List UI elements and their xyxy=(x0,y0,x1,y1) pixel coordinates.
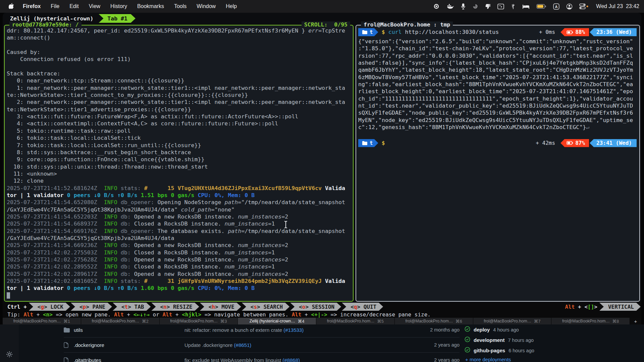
mode-lock[interactable]: <g> LOCK xyxy=(29,303,70,311)
log-line: 2025-07-23T21:41:54.669176Z INFO db_open… xyxy=(7,228,352,235)
log-line: 9: core::ops::function::FnOnce::call_onc… xyxy=(7,156,352,163)
bed-icon[interactable] xyxy=(519,4,533,9)
docker-icon[interactable] xyxy=(443,3,458,9)
zellij-right-pane[interactable]: frol@MacBookPro.home : tmp t $ curl http… xyxy=(356,25,640,302)
menu-window[interactable]: Window xyxy=(192,3,221,9)
json-line: c":12,"genesis_hash":"8BM1TphVnKVwueKvhY… xyxy=(358,124,638,131)
json-line: nt_id":"test.near","validator_public_key… xyxy=(358,102,638,109)
file-row-.gitattributes: .gitattributesfix: exclude test WebAssem… xyxy=(64,353,460,362)
input-source-icon[interactable]: A xyxy=(550,3,563,10)
microphone-icon[interactable] xyxy=(458,3,469,10)
json-line: ng":false,"earliest_block_hash":"8BM1Tph… xyxy=(358,81,638,88)
macos-menu-bar: Firefox FileEditViewHistoryBookmarksTool… xyxy=(0,0,644,13)
file-row-.dockerignore: .dockerignoreUpdate .dockerignore (#8651… xyxy=(64,338,460,353)
menu-tools[interactable]: Tools xyxy=(169,3,192,9)
mode-pane[interactable]: <p> PANE xyxy=(71,303,112,311)
json-line: :"1.85.0"},"chain_id":"test-chain-7eLKv"… xyxy=(358,45,638,52)
swirl-icon[interactable] xyxy=(469,3,482,9)
commit-age: 2 years ago xyxy=(416,342,460,348)
prompt-dir-segment: t xyxy=(358,139,378,147)
user-icon[interactable] xyxy=(563,3,576,10)
browser-sidebar xyxy=(0,324,19,362)
deployment-name-link[interactable]: development xyxy=(474,337,505,343)
latency-widget: + 0ms xyxy=(539,28,555,36)
mode-move[interactable]: <h> MOVE xyxy=(200,303,241,311)
zellij-modes: <g> LOCK<p> PANE<t> TAB<n> RESIZE<h> MOV… xyxy=(28,303,383,311)
deployment-age: 6 hours ago xyxy=(508,348,534,353)
terminal-tab-8[interactable]: frol@MacBookPro.hom…⌘8 xyxy=(551,318,630,324)
file-row-utils: utilsnit: refactor: remove a bunch of ex… xyxy=(64,322,460,338)
log-line: 2025-07-23T21:42:02.681605Z INFO stats: … xyxy=(7,278,352,285)
log-line xyxy=(7,292,352,299)
commit-message[interactable]: fix: exclude test WebAssembly from lingu… xyxy=(184,357,416,362)
mode-session[interactable]: <o> SESSION xyxy=(290,303,341,311)
log-line xyxy=(7,42,352,49)
menu-bar-clock[interactable]: Wed Jul 23 23:42 xyxy=(596,3,639,9)
prompt-dir-segment: t xyxy=(358,28,378,36)
mode-tab[interactable]: <t> TAB xyxy=(113,303,151,311)
menu-app-name[interactable]: Firefox xyxy=(18,3,46,9)
log-line: 2: near_network::peer_manager::network_s… xyxy=(7,99,352,106)
right-pane-shell[interactable]: t $ curl http://localhost:3030/status + … xyxy=(356,25,639,301)
menu-history[interactable]: History xyxy=(105,3,132,9)
mode-vertical[interactable]: VERTICAL xyxy=(599,303,641,311)
mode-quit[interactable]: <q> QUIT xyxy=(342,303,383,311)
menu-view[interactable]: View xyxy=(84,3,105,9)
log-line: 2025-07-23T21:42:02.275503Z INFO db: Clo… xyxy=(7,249,352,256)
thumbsdown-icon[interactable] xyxy=(482,3,494,9)
file-name-link[interactable]: .dockerignore xyxy=(74,342,184,348)
json-line: {"version":{"version":"2.6.5","build":"u… xyxy=(358,38,638,45)
file-name-link[interactable]: .gitattributes xyxy=(74,357,184,362)
mode-resize[interactable]: <n> RESIZE xyxy=(151,303,199,311)
pr-link[interactable]: (#13533) xyxy=(283,327,304,333)
json-line: ashed":false}],"sync_info":{"latest_bloc… xyxy=(358,59,638,66)
mode-search[interactable]: <s> SEARCH xyxy=(242,303,289,311)
menu-bookmarks[interactable]: Bookmarks xyxy=(132,3,169,9)
curl-json-output[interactable]: {"version":{"version":"2.6.5","build":"u… xyxy=(358,38,638,131)
commit-message[interactable]: Update .dockerignore (#8651) xyxy=(184,342,416,348)
menu-help[interactable]: Help xyxy=(221,3,242,9)
log-line: 8: std::sys::backtrace::__rust_begin_sho… xyxy=(7,149,352,156)
branch-icon[interactable] xyxy=(507,3,519,10)
menu-edit[interactable]: Edit xyxy=(64,3,84,9)
terminal-tab-7[interactable]: frol@MacBookPro.hom…⌘7 xyxy=(473,318,552,324)
prompt-dir-label: t xyxy=(370,139,373,146)
log-line: 2025-07-23T21:42:02.289617Z INFO db: Ope… xyxy=(7,270,352,278)
menu-bar-right: A Wed Jul 23 23:42 xyxy=(430,3,639,10)
deployment-name-link[interactable]: github-pages xyxy=(474,348,505,353)
prompt-dollar[interactable]: $ xyxy=(382,139,385,146)
zellij-tab-1[interactable]: Tab #1 xyxy=(99,14,136,23)
status-icons: A xyxy=(430,3,592,10)
latency-widget: + 42ms xyxy=(536,139,555,146)
menu-file[interactable]: File xyxy=(46,3,64,9)
commit-age: 2 years ago xyxy=(416,357,460,362)
file-name-link[interactable]: utils xyxy=(74,327,184,333)
pr-link[interactable]: (#8651) xyxy=(234,342,252,348)
folder-icon xyxy=(64,327,74,333)
left-pane-log-output[interactable]: ddr: 80.121.42.147:24567, peer_id: ed255… xyxy=(5,25,353,301)
menu-items: Firefox FileEditViewHistoryBookmarksTool… xyxy=(18,3,242,9)
deployment-name-link[interactable]: deploy xyxy=(474,327,490,333)
battery-icon[interactable] xyxy=(533,4,550,9)
more-deployments-link[interactable]: + more deployments xyxy=(465,357,639,362)
battery-widget: 88% xyxy=(560,28,589,36)
record-icon[interactable] xyxy=(430,3,443,9)
screenshare-icon[interactable] xyxy=(494,4,507,9)
apple-logo-icon[interactable] xyxy=(9,3,14,10)
zellij-left-pane[interactable]: root@d778a97e59de: / SCROLL: 0/95 ddr: 8… xyxy=(4,25,354,302)
log-line: 1: near_network::peer_manager::network_s… xyxy=(7,84,352,92)
log-line: 11: <unknown> xyxy=(7,170,352,177)
pr-link[interactable]: (#8868) xyxy=(282,357,300,362)
commit-message[interactable]: nit: refactor: remove a bunch of extern … xyxy=(184,327,416,333)
check-circle-icon xyxy=(465,347,470,354)
ctrl-prefix: Ctrl + xyxy=(3,304,28,310)
prompt-dollar: $ xyxy=(382,28,385,36)
toggles-icon[interactable] xyxy=(576,3,592,9)
battery-percent: 87% xyxy=(575,139,585,146)
json-line: ch_id":"11111111111111111111111111111111… xyxy=(358,95,638,102)
folder-icon xyxy=(362,141,367,145)
json-line: rliest_block_height":0,"earliest_block_t… xyxy=(358,88,638,95)
gear-icon[interactable] xyxy=(6,351,13,359)
new-tab-button[interactable]: + xyxy=(630,318,641,324)
json-line: 6zMBQowT8Vomy57TaHBVo","latest_block_tim… xyxy=(358,74,638,81)
